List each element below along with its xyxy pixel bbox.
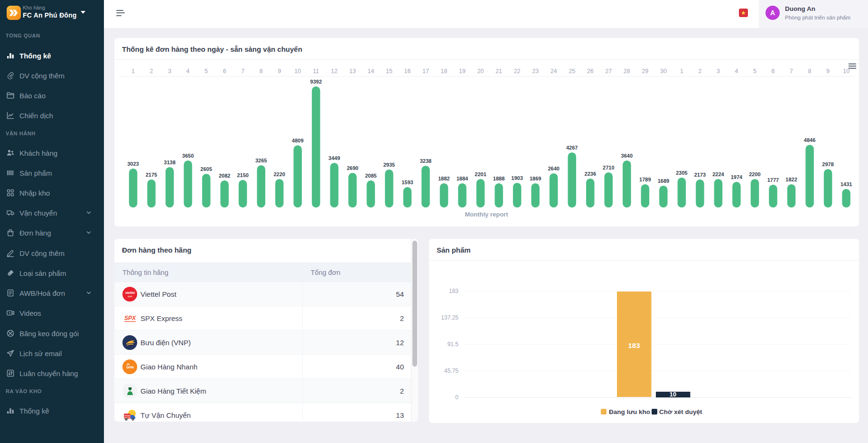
- svg-text:15: 15: [386, 68, 392, 75]
- svg-text:8: 8: [260, 68, 263, 75]
- svg-text:2173: 2173: [694, 172, 706, 178]
- svg-text:10: 10: [843, 68, 849, 75]
- svg-text:5: 5: [205, 68, 208, 75]
- svg-text:12: 12: [331, 68, 337, 75]
- svg-text:viettel: viettel: [125, 291, 135, 294]
- svg-text:183: 183: [628, 341, 640, 349]
- svg-text:24: 24: [551, 68, 557, 75]
- svg-text:17: 17: [422, 68, 429, 75]
- svg-text:9392: 9392: [310, 79, 322, 85]
- svg-text:14: 14: [367, 68, 374, 75]
- svg-text:2175: 2175: [146, 172, 157, 178]
- svg-text:1: 1: [680, 68, 683, 75]
- svg-text:Đang lưu kho: Đang lưu kho: [609, 408, 650, 415]
- svg-text:6: 6: [772, 68, 775, 75]
- svg-text:13: 13: [349, 68, 356, 75]
- svg-text:10: 10: [294, 68, 301, 75]
- svg-text:3: 3: [717, 68, 720, 75]
- svg-text:16: 16: [404, 68, 411, 75]
- svg-text:2: 2: [150, 68, 153, 75]
- svg-text:137.25: 137.25: [441, 314, 458, 321]
- svg-text:2224: 2224: [712, 171, 724, 177]
- svg-text:2: 2: [698, 68, 701, 75]
- svg-text:1903: 1903: [511, 175, 523, 181]
- svg-text:11: 11: [313, 68, 319, 75]
- svg-text:1888: 1888: [493, 176, 504, 181]
- svg-text:4: 4: [187, 68, 190, 75]
- svg-text:3023: 3023: [127, 161, 139, 167]
- svg-text:Monthly report: Monthly report: [465, 211, 509, 218]
- svg-text:1689: 1689: [658, 178, 669, 184]
- svg-text:4846: 4846: [804, 137, 815, 143]
- svg-text:2605: 2605: [200, 166, 212, 172]
- svg-text:3138: 3138: [164, 160, 175, 165]
- svg-text:1: 1: [131, 68, 135, 75]
- svg-text:1431: 1431: [840, 181, 852, 187]
- svg-text:Chờ xét duyệt: Chờ xét duyệt: [659, 408, 702, 415]
- svg-text:3: 3: [168, 68, 171, 75]
- svg-text:VẬN TẢI: VẬN TẢI: [124, 416, 130, 418]
- svg-text:1869: 1869: [530, 176, 541, 181]
- svg-text:3449: 3449: [328, 155, 340, 161]
- svg-text:5: 5: [753, 68, 756, 75]
- svg-text:9: 9: [826, 68, 830, 75]
- svg-text:2201: 2201: [475, 171, 486, 177]
- svg-text:8: 8: [808, 68, 812, 75]
- svg-text:1777: 1777: [767, 177, 779, 183]
- svg-text:1974: 1974: [731, 174, 743, 180]
- svg-text:2710: 2710: [603, 165, 614, 170]
- svg-text:30: 30: [660, 68, 667, 75]
- svg-text:19: 19: [459, 68, 466, 75]
- svg-text:2220: 2220: [273, 171, 285, 177]
- svg-text:2236: 2236: [585, 171, 596, 177]
- svg-text:4809: 4809: [292, 138, 303, 143]
- svg-text:183: 183: [449, 288, 458, 294]
- svg-text:10: 10: [670, 391, 676, 398]
- svg-text:3640: 3640: [621, 153, 633, 159]
- svg-text:23: 23: [532, 68, 539, 75]
- svg-text:2690: 2690: [347, 165, 358, 171]
- svg-text:91.5: 91.5: [448, 341, 459, 348]
- svg-text:2640: 2640: [548, 166, 559, 171]
- svg-text:0: 0: [455, 394, 458, 401]
- svg-text:SPX: SPX: [124, 315, 136, 321]
- svg-text:22: 22: [514, 68, 521, 75]
- svg-text:1593: 1593: [401, 179, 413, 185]
- svg-text:2082: 2082: [219, 173, 230, 179]
- svg-text:27: 27: [605, 68, 612, 75]
- svg-text:29: 29: [642, 68, 648, 75]
- svg-text:2978: 2978: [822, 161, 833, 167]
- svg-text:2200: 2200: [749, 171, 760, 177]
- svg-text:18: 18: [441, 68, 448, 75]
- svg-text:28: 28: [624, 68, 630, 75]
- svg-text:2935: 2935: [383, 162, 395, 168]
- svg-text:6: 6: [223, 68, 226, 75]
- svg-text:21: 21: [495, 68, 502, 75]
- svg-text:GHN: GHN: [126, 366, 134, 369]
- svg-text:9: 9: [278, 68, 281, 75]
- svg-text:1882: 1882: [438, 176, 449, 181]
- svg-text:2085: 2085: [365, 173, 376, 179]
- svg-text:1789: 1789: [639, 177, 651, 182]
- svg-text:2150: 2150: [237, 172, 248, 178]
- svg-text:1884: 1884: [457, 176, 468, 181]
- svg-text:7: 7: [241, 68, 244, 75]
- svg-text:4267: 4267: [566, 145, 578, 151]
- svg-text:26: 26: [587, 68, 594, 75]
- svg-text:3265: 3265: [255, 158, 267, 163]
- svg-text:1822: 1822: [785, 177, 797, 182]
- svg-text:20: 20: [477, 68, 484, 75]
- svg-text:2305: 2305: [676, 170, 687, 176]
- svg-text:7: 7: [790, 68, 793, 75]
- svg-text:3650: 3650: [182, 153, 194, 159]
- svg-text:25: 25: [569, 68, 575, 75]
- svg-text:45.75: 45.75: [444, 368, 458, 374]
- svg-text:post: post: [128, 295, 132, 298]
- svg-text:3238: 3238: [420, 158, 431, 164]
- svg-text:4: 4: [735, 68, 738, 75]
